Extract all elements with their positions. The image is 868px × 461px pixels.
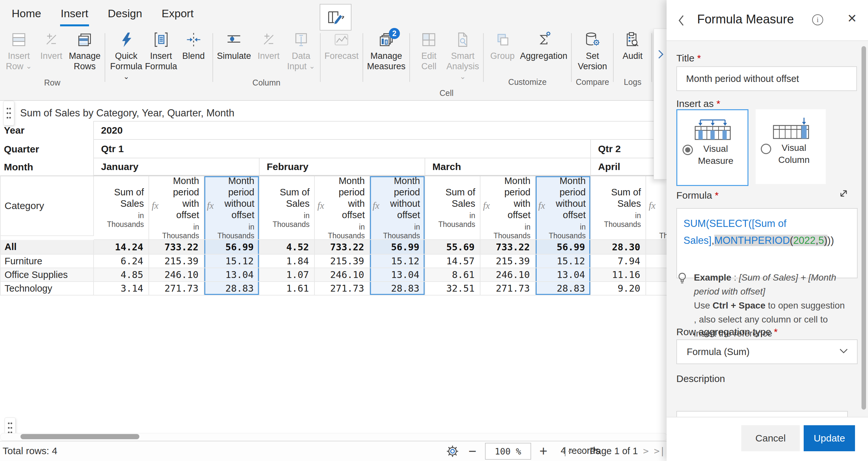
data-cell[interactable]: 13.04 — [370, 268, 425, 282]
horizontal-scrollbar[interactable] — [0, 433, 667, 441]
data-cell[interactable]: 215.39 — [149, 255, 204, 268]
data-cell[interactable]: 8.61 — [425, 268, 480, 282]
visual-column-option[interactable]: Visual Column — [755, 109, 826, 184]
data-cell[interactable]: 28.30 — [591, 240, 646, 255]
data-cell[interactable]: 733.22 — [315, 240, 370, 255]
data-cell[interactable]: 246.10 — [149, 268, 204, 282]
data-cell[interactable]: 15.12 — [370, 255, 425, 268]
close-button[interactable]: ✕ — [847, 12, 857, 25]
data-cell[interactable] — [646, 268, 666, 282]
panel-scrollbar-thumb[interactable] — [862, 46, 866, 410]
data-cell[interactable]: 56.99 — [204, 240, 259, 255]
data-cell[interactable]: 733.22 — [149, 240, 204, 255]
data-cell[interactable]: 271.73 — [480, 282, 536, 295]
first-page-button[interactable]: |< — [562, 445, 574, 457]
title-input[interactable]: Month period without offset — [676, 66, 857, 91]
zoom-in-button[interactable]: + — [539, 445, 548, 458]
ribbon-button-set-version[interactable]: SetVersion — [578, 31, 608, 71]
measure-header-9[interactable]: Sum of Salesin Thousands — [591, 176, 646, 240]
row-label-furniture[interactable]: Furniture — [1, 255, 94, 268]
tab-design[interactable]: Design — [107, 4, 143, 26]
tab-export[interactable]: Export — [161, 4, 194, 26]
data-cell[interactable]: 215.39 — [315, 255, 370, 268]
edit-mode-button[interactable] — [320, 4, 351, 31]
data-cell[interactable]: 55.69 — [425, 240, 480, 255]
data-cell[interactable]: 271.73 — [315, 282, 370, 295]
info-icon[interactable]: i — [812, 14, 823, 25]
data-cell[interactable]: 7.94 — [591, 255, 646, 268]
prev-page-button[interactable]: < — [579, 445, 584, 457]
data-cell[interactable]: 13.04 — [536, 268, 591, 282]
measure-header-3[interactable]: Sum of Salesin Thousands — [259, 176, 315, 240]
data-cell[interactable]: 32.51 — [425, 282, 480, 295]
row-label-office-supplies[interactable]: Office Supplies — [1, 268, 94, 282]
data-cell[interactable]: 1.07 — [259, 268, 315, 282]
next-page-button[interactable]: > — [643, 445, 649, 457]
horizontal-scrollbar-thumb[interactable] — [21, 434, 140, 439]
data-cell[interactable]: 28.83 — [536, 282, 591, 295]
data-cell[interactable]: 15.12 — [536, 255, 591, 268]
data-cell[interactable] — [646, 240, 666, 255]
ribbon-button-audit[interactable]: Audit — [618, 31, 647, 71]
data-cell[interactable]: 14.57 — [425, 255, 480, 268]
zoom-out-button[interactable]: − — [468, 445, 476, 458]
data-cell[interactable]: 215.39 — [480, 255, 536, 268]
ribbon-overflow-button[interactable] — [654, 29, 668, 179]
row-label-technology[interactable]: Technology — [1, 282, 94, 295]
ribbon-button-blend[interactable]: Blend — [179, 31, 209, 71]
data-cell[interactable]: 3.14 — [94, 282, 149, 295]
data-cell[interactable]: 4.52 — [259, 240, 315, 255]
data-cell[interactable]: 9.20 — [591, 282, 646, 295]
data-cell[interactable]: 1.84 — [259, 255, 315, 268]
ribbon-button-manage-measures[interactable]: 2 ManageMeasures — [367, 31, 406, 71]
data-cell[interactable]: 28.83 — [370, 282, 425, 295]
quarter-value-qtr-1[interactable]: Qtr 1 — [93, 140, 590, 158]
measure-header-7[interactable]: fx Month period with offsetin Thousands — [480, 176, 536, 240]
data-cell[interactable] — [646, 255, 666, 268]
data-cell[interactable]: 4.85 — [94, 268, 149, 282]
ribbon-button-aggregation[interactable]: Aggregation — [520, 31, 567, 71]
data-cell[interactable]: 733.22 — [480, 240, 536, 255]
data-cell[interactable]: 11.16 — [591, 268, 646, 282]
data-cell[interactable]: 6.24 — [94, 255, 149, 268]
data-cell[interactable]: 246.10 — [480, 268, 536, 282]
data-cell[interactable]: 56.99 — [370, 240, 425, 255]
data-cell[interactable]: 15.12 — [204, 255, 259, 268]
month-value-march[interactable]: March — [425, 158, 590, 176]
formula-editor[interactable]: SUM(SELECT([Sum ofSales],MONTHPERIOD(202… — [676, 208, 858, 278]
ribbon-button-insert-formula[interactable]: InsertFormula — [146, 31, 176, 71]
ribbon-button-quick-formula[interactable]: QuickFormula ⌄ — [109, 31, 144, 83]
cancel-button[interactable]: Cancel — [741, 425, 800, 451]
last-page-button[interactable]: >| — [654, 445, 665, 457]
settings-gear-icon[interactable] — [445, 444, 460, 459]
ribbon-button-simulate[interactable]: Simulate — [217, 31, 251, 71]
row-label-all[interactable]: All — [1, 240, 94, 255]
year-value[interactable]: 2020 — [93, 121, 666, 140]
measure-header-1[interactable]: fx Month period with offsetin Thousands — [149, 176, 204, 240]
update-button[interactable]: Update — [804, 425, 855, 451]
visual-measure-option[interactable]: Visual Measure — [676, 109, 748, 186]
measure-header-6[interactable]: Sum of Salesin Thousands — [425, 176, 480, 240]
measure-header-10[interactable]: fx Month period with offsetin Thousands — [646, 176, 666, 240]
data-cell[interactable]: 1.61 — [259, 282, 315, 295]
expand-formula-icon[interactable] — [838, 188, 849, 200]
tab-home[interactable]: Home — [11, 4, 42, 26]
data-cell[interactable]: 14.24 — [94, 240, 149, 255]
row-aggregation-select[interactable]: Formula (Sum) — [676, 339, 858, 364]
data-cell[interactable]: 56.99 — [536, 240, 591, 255]
month-value-january[interactable]: January — [93, 158, 259, 176]
data-cell[interactable]: 28.83 — [204, 282, 259, 295]
month-value-february[interactable]: February — [259, 158, 425, 176]
data-cell[interactable]: 13.04 — [204, 268, 259, 282]
measure-header-8[interactable]: fx Month period without offsetin Thousan… — [536, 176, 591, 240]
data-cell[interactable]: 271.73 — [149, 282, 204, 295]
measure-header-4[interactable]: fx Month period with offsetin Thousands — [315, 176, 370, 240]
tab-insert[interactable]: Insert — [60, 4, 89, 26]
zoom-level-value[interactable]: 100 % — [485, 443, 531, 460]
ribbon-button-manage-rows[interactable]: ManageRows — [69, 31, 101, 71]
back-button[interactable] — [676, 13, 686, 29]
data-cell[interactable] — [646, 282, 666, 295]
data-cell[interactable]: 246.10 — [315, 268, 370, 282]
measure-header-0[interactable]: Sum of Salesin Thousands — [94, 176, 149, 240]
measure-header-5[interactable]: fx Month period without offsetin Thousan… — [370, 176, 425, 240]
